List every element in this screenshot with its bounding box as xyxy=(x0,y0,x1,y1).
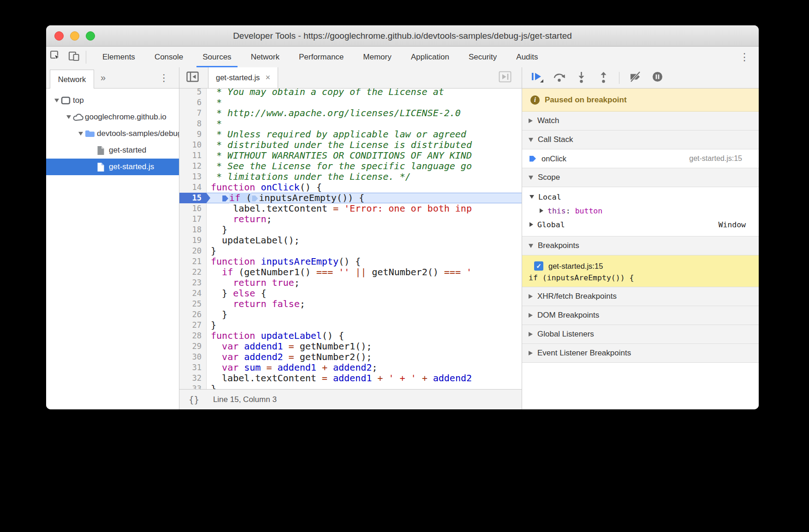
code-line-content: updateLabel(); xyxy=(207,235,522,246)
line-number[interactable]: 7 xyxy=(179,108,207,118)
step-out-button[interactable] xyxy=(597,71,610,84)
line-number[interactable]: 19 xyxy=(179,235,207,246)
line-number[interactable]: 11 xyxy=(179,150,207,161)
line-number[interactable]: 20 xyxy=(179,246,207,256)
scope-this-row[interactable]: this: button xyxy=(522,204,759,218)
navigator-sidebar: Network » ⋮ topgooglechrome.github.iodev… xyxy=(46,67,179,409)
line-number[interactable]: 14 xyxy=(179,182,207,193)
line-number[interactable]: 30 xyxy=(179,352,207,362)
close-window-button[interactable] xyxy=(54,31,64,41)
tab-network[interactable]: Network xyxy=(241,47,289,67)
frame-function-name: onClick xyxy=(541,154,566,163)
step-into-icon xyxy=(576,71,587,85)
tab-audits[interactable]: Audits xyxy=(506,47,547,67)
deactivate-breakpoints-button[interactable] xyxy=(629,71,642,84)
tree-item-get-started-js[interactable]: get-started.js xyxy=(46,159,179,175)
tab-application[interactable]: Application xyxy=(401,47,459,67)
scope-section-header[interactable]: Scope xyxy=(522,168,759,187)
line-number[interactable]: 29 xyxy=(179,341,207,352)
scope-tree: Local this: button Global Window xyxy=(522,187,759,236)
code-line-content: * You may obtain a copy of the License a… xyxy=(207,89,522,97)
tab-console[interactable]: Console xyxy=(145,47,193,67)
line-number[interactable]: 25 xyxy=(179,299,207,309)
line-number[interactable]: 21 xyxy=(179,256,207,267)
inspect-element-button[interactable] xyxy=(46,49,65,65)
line-number[interactable]: 9 xyxy=(179,129,207,140)
titlebar: Developer Tools - https://googlechrome.g… xyxy=(46,25,759,47)
code-line-content: var sum = addend1 + addend2; xyxy=(207,362,522,373)
tree-item-get-started[interactable]: get-started xyxy=(46,142,179,159)
navigator-tab-network[interactable]: Network xyxy=(50,70,94,89)
collapse-navigator-button[interactable] xyxy=(183,70,202,86)
call-stack-section-header[interactable]: Call Stack xyxy=(522,130,759,149)
breakpoint-checkbox[interactable]: ✓ xyxy=(534,261,543,271)
call-stack-frame[interactable]: onClick get-started.js:15 xyxy=(522,149,759,168)
close-tab-button[interactable]: × xyxy=(265,73,270,83)
tree-item-top[interactable]: top xyxy=(46,92,179,109)
tree-item-label: get-started.js xyxy=(109,162,154,171)
line-number[interactable]: 28 xyxy=(179,331,207,341)
expander-down-icon[interactable] xyxy=(53,99,61,102)
tree-item-googlechrome-github-io[interactable]: googlechrome.github.io xyxy=(46,109,179,125)
section-header-global-listeners[interactable]: Global Listeners xyxy=(522,325,759,344)
line-number[interactable]: 18 xyxy=(179,225,207,235)
code-line-content: if (inputsAreEmpty()) { xyxy=(207,193,522,203)
navigator-menu-button[interactable]: ⋮ xyxy=(159,72,169,83)
code-line-content: * Unless required by applicable law or a… xyxy=(207,129,522,140)
line-number[interactable]: 12 xyxy=(179,161,207,171)
tab-sources[interactable]: Sources xyxy=(193,47,241,67)
code-line-content: return; xyxy=(207,214,522,225)
section-header-dom-breakpoints[interactable]: DOM Breakpoints xyxy=(522,306,759,325)
tab-elements[interactable]: Elements xyxy=(93,47,145,67)
global-object-type: Window xyxy=(718,220,759,229)
pretty-print-button[interactable]: {} xyxy=(189,395,199,405)
line-number[interactable]: 31 xyxy=(179,362,207,373)
scope-local-row[interactable]: Local xyxy=(522,190,759,204)
line-number[interactable]: 6 xyxy=(179,97,207,108)
breakpoint-entry[interactable]: ✓ get-started.js:15 if (inputsAreEmpty()… xyxy=(522,255,759,287)
property-name: this xyxy=(547,207,566,215)
paused-message: Paused on breakpoint xyxy=(545,95,627,105)
line-number[interactable]: 5 xyxy=(179,89,207,97)
line-number[interactable]: 26 xyxy=(179,309,207,320)
scope-global-row[interactable]: Global Window xyxy=(522,218,759,231)
line-number[interactable]: 22 xyxy=(179,267,207,278)
zoom-window-button[interactable] xyxy=(86,31,95,41)
step-over-button[interactable] xyxy=(553,71,565,84)
resume-button[interactable] xyxy=(530,71,543,84)
breakpoints-section-header[interactable]: Breakpoints xyxy=(522,236,759,255)
chevron-right-icon xyxy=(529,222,533,227)
device-toolbar-button[interactable] xyxy=(65,49,83,65)
tree-item-devtools-samples-debug-js[interactable]: devtools-samples/debug-js xyxy=(46,125,179,142)
paused-line-gutter-marker[interactable]: 15 xyxy=(179,193,210,203)
minimize-window-button[interactable] xyxy=(70,31,79,41)
tab-memory[interactable]: Memory xyxy=(353,47,401,67)
line-number[interactable]: 10 xyxy=(179,140,207,150)
line-number[interactable]: 8 xyxy=(179,118,207,129)
pause-on-exceptions-button[interactable] xyxy=(651,71,664,84)
expander-down-icon[interactable] xyxy=(77,132,85,136)
code-line: 16 label.textContent = 'Error: one or bo… xyxy=(179,203,522,214)
open-next-panel-button[interactable] xyxy=(499,71,512,84)
tab-security[interactable]: Security xyxy=(459,47,506,67)
section-header-event-listener-breakpoints[interactable]: Event Listener Breakpoints xyxy=(522,344,759,363)
code-line: 29 var addend1 = getNumber1(); xyxy=(179,341,522,352)
tab-performance[interactable]: Performance xyxy=(289,47,353,67)
section-header-xhr-fetch-breakpoints[interactable]: XHR/fetch Breakpoints xyxy=(522,287,759,306)
line-number[interactable]: 16 xyxy=(179,203,207,214)
watch-section-header[interactable]: Watch xyxy=(522,112,759,130)
line-number[interactable]: 13 xyxy=(179,171,207,182)
line-number[interactable]: 24 xyxy=(179,288,207,299)
more-tabs-button[interactable]: » xyxy=(101,72,106,83)
line-number[interactable]: 23 xyxy=(179,278,207,288)
editor-tab-get-started-js[interactable]: get-started.js × xyxy=(208,67,278,88)
expander-down-icon[interactable] xyxy=(65,115,73,119)
code-line-content: * distributed under the License is distr… xyxy=(207,140,522,150)
line-number[interactable]: 17 xyxy=(179,214,207,225)
line-number[interactable]: 33 xyxy=(179,384,207,389)
overflow-menu-button[interactable]: ⋮ xyxy=(738,51,751,63)
line-number[interactable]: 32 xyxy=(179,373,207,384)
step-into-button[interactable] xyxy=(575,71,588,84)
line-number[interactable]: 27 xyxy=(179,320,207,331)
traffic-lights xyxy=(54,31,95,41)
